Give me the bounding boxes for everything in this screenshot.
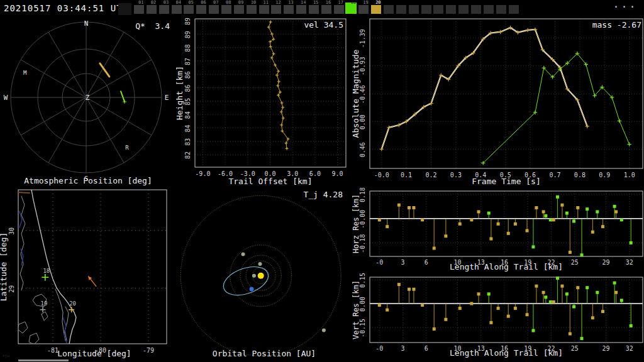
tick-label: 30 xyxy=(8,228,15,235)
frame-thumb-11[interactable] xyxy=(259,5,269,14)
height-trail-line xyxy=(269,22,288,148)
frame-number: 19 xyxy=(363,1,368,5)
frame-thumb-empty[interactable] xyxy=(458,5,469,14)
frame-thumb-empty[interactable] xyxy=(384,5,394,14)
panel-trail-offset: -9.0-6.0-3.00.03.06.09.08283848485868687… xyxy=(176,18,352,186)
frame-thumb-07[interactable] xyxy=(209,5,219,14)
frame-number: 12 xyxy=(275,1,280,5)
frame-thumb-01[interactable] xyxy=(134,5,144,14)
frame-number: 07 xyxy=(213,1,218,5)
meteoroid-orbit xyxy=(219,261,272,300)
grid xyxy=(370,19,643,168)
app-window: 20210517 03:44:51 UTC 010203040506070809… xyxy=(0,0,644,362)
sun xyxy=(258,273,264,279)
trajectory-arrow xyxy=(88,276,96,287)
frame-thumb-empty[interactable] xyxy=(484,5,494,14)
frame-thumb-20[interactable] xyxy=(371,5,381,14)
tick-label: 84 xyxy=(184,124,191,132)
frame-number: 20 xyxy=(375,1,380,5)
tick-label: 82 xyxy=(184,151,191,159)
progress-bar[interactable] xyxy=(18,359,69,361)
mass-value: mass -2.67 xyxy=(592,20,641,30)
map-frame-label-19: 19 xyxy=(41,300,48,307)
station-label-M: M xyxy=(23,70,27,76)
planet-dots xyxy=(242,252,326,332)
vert_res-grid xyxy=(370,277,643,343)
frame-thumb-empty[interactable] xyxy=(509,5,519,14)
grid xyxy=(18,190,167,344)
panel-ground-map: -81-80-792930Latitude [deg]181920 Longit… xyxy=(0,186,176,362)
residuals-plot: -03610131619222529320.18-0.00-0.18Horz R… xyxy=(352,186,644,362)
y-axis-label: Height [km] xyxy=(176,66,184,120)
frame-number: 15 xyxy=(313,1,318,5)
menu-button[interactable]: ... xyxy=(613,0,638,10)
frame-thumb-06[interactable] xyxy=(196,5,206,14)
ground-map-plot: -81-80-792930Latitude [deg]181920 xyxy=(0,186,176,362)
frame-thumb-empty[interactable] xyxy=(409,5,419,14)
frame-number: 10 xyxy=(251,1,256,5)
planet-earth xyxy=(250,287,254,292)
y-axis-label: Latitude [deg] xyxy=(0,233,8,302)
cardinal-n: N xyxy=(84,19,89,28)
vert_res-y-axis-label: Vert Res [km] xyxy=(352,280,360,339)
q-value: Q* 3.4 xyxy=(135,21,170,31)
frame-thumb-empty[interactable] xyxy=(396,5,406,14)
frame-thumb-current[interactable] xyxy=(118,3,131,15)
frame-thumb-empty[interactable] xyxy=(496,5,506,14)
orbital-position-plot xyxy=(176,186,352,362)
frame-number: 14 xyxy=(301,1,306,5)
velocity-value: vel 34.5 xyxy=(304,20,343,30)
horz_res-y-axis-label: Horz Res [km] xyxy=(352,194,360,253)
frame-thumb-05[interactable] xyxy=(184,5,194,14)
orbital-position-title: Orbital Position [AU] xyxy=(176,349,352,358)
tick-label: 87 xyxy=(184,58,191,65)
tisserand-value: T_j 4.28 xyxy=(303,190,343,199)
panel-light-curve: -0.00.10.20.30.40.50.60.70.80.91.0-1.39-… xyxy=(352,18,644,186)
frame-thumb-16[interactable] xyxy=(321,5,331,14)
longitude-title: Longitude [deg] xyxy=(13,349,176,358)
frame-thumb-17[interactable] xyxy=(334,5,344,14)
height-trail-markers xyxy=(267,21,290,150)
frame-thumb-08[interactable] xyxy=(221,5,231,14)
camera-1-line xyxy=(382,28,587,149)
frame-thumb-13[interactable] xyxy=(284,5,294,14)
cardinal-w: W xyxy=(4,94,8,102)
frame-number: 05 xyxy=(188,1,193,5)
frame-thumb-12[interactable] xyxy=(271,5,281,14)
frame-thumb-empty[interactable] xyxy=(446,5,456,14)
island-contour xyxy=(18,322,28,333)
horz_res-border xyxy=(370,191,643,256)
frame-thumb-14[interactable] xyxy=(296,5,306,14)
map-frame-label-18: 18 xyxy=(43,268,50,274)
camera-2-line xyxy=(483,53,629,163)
frame-thumb-02[interactable] xyxy=(147,5,157,14)
lagoon-line xyxy=(55,289,65,341)
frame-number: 09 xyxy=(238,1,243,5)
frame-number: 11 xyxy=(264,1,269,5)
frame-thumb-09[interactable] xyxy=(234,5,244,14)
zenith-label: Z xyxy=(86,94,90,102)
trail-offset-plot: -9.0-6.0-3.00.03.06.09.08283848485868687… xyxy=(176,18,352,186)
frame-number: 17 xyxy=(338,1,343,5)
frame-thumb-empty[interactable] xyxy=(421,5,431,14)
horz_res-stems xyxy=(378,195,633,256)
frame-thumb-03[interactable] xyxy=(159,5,169,14)
frame-thumb-empty[interactable] xyxy=(471,5,481,14)
watermark-text: rjw xyxy=(3,353,9,358)
frame-thumb-15[interactable] xyxy=(309,5,319,14)
frame-strip: 0102030405060708091011121314151617181920 xyxy=(0,0,644,18)
frame-number: 06 xyxy=(201,1,206,5)
tick-label: 84 xyxy=(184,111,191,119)
frame-thumb-10[interactable] xyxy=(247,5,257,14)
frame-thumb-empty[interactable] xyxy=(433,5,443,14)
top-bar: 20210517 03:44:51 UTC 010203040506070809… xyxy=(0,0,644,18)
panel-orbital-position: T_j 4.28 Orbital Position [AU] xyxy=(176,186,352,362)
frame-thumb-04[interactable] xyxy=(172,5,182,14)
tick-label: 89 xyxy=(184,31,191,38)
light-curve-plot: -0.00.10.20.30.40.50.60.70.80.91.0-1.39-… xyxy=(352,18,644,186)
frame-thumb-19[interactable] xyxy=(358,5,369,14)
map-geography xyxy=(18,190,76,344)
tick-label: 86 xyxy=(184,84,191,92)
frame-number: 02 xyxy=(151,1,156,5)
panel-atmospheric-position: NESWZMR Q* 3.4 Atmospheric Position [deg… xyxy=(0,18,176,186)
